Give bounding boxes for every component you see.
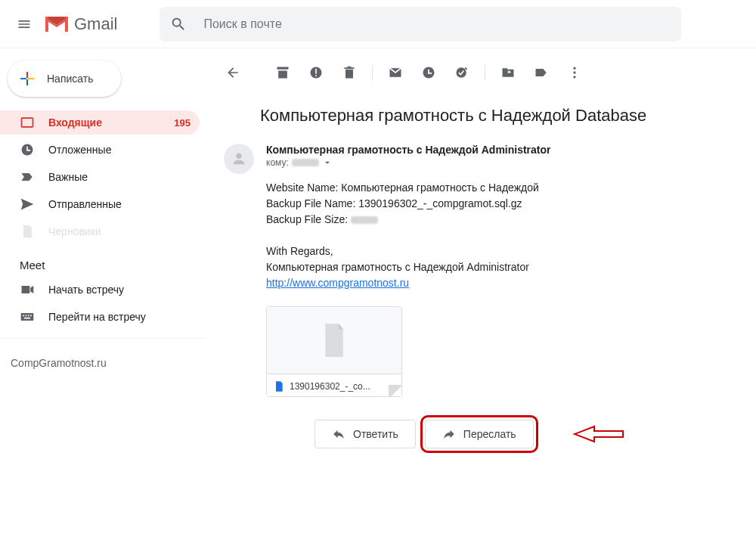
- back-button[interactable]: [218, 57, 248, 88]
- body-line: Backup File Name: 1390196302_-_compgramo…: [266, 196, 738, 212]
- svg-rect-6: [26, 315, 27, 317]
- svg-point-14: [457, 67, 466, 77]
- meet-section-header: Meet: [0, 245, 206, 276]
- sidebar-item-label: Важные: [48, 171, 88, 183]
- mail-content: Компьютерная грамотность с Надеждой Data…: [206, 48, 756, 549]
- svg-rect-12: [315, 75, 317, 76]
- body-line: Backup File Size:: [266, 212, 738, 228]
- delete-button[interactable]: [334, 57, 364, 88]
- body-line: With Regards,: [266, 243, 738, 259]
- sidebar-item-important[interactable]: Важные: [0, 165, 200, 189]
- tag-icon: [20, 169, 35, 185]
- hamburger-icon: [17, 17, 32, 32]
- annotation-arrow-icon: [572, 423, 624, 445]
- forward-button[interactable]: Переслать: [425, 420, 534, 448]
- plus-icon: [18, 70, 36, 88]
- sidebar-item-drafts[interactable]: Черновики: [0, 219, 200, 243]
- filesize-blurred: [351, 216, 378, 224]
- person-icon: [231, 150, 247, 167]
- task-button[interactable]: [447, 57, 477, 88]
- clock-icon: [421, 65, 436, 80]
- svg-point-17: [573, 76, 575, 78]
- sidebar-item-label: Отправленные: [48, 198, 122, 210]
- gmail-icon: [45, 16, 68, 33]
- meet-join-label: Перейти на встречу: [48, 311, 146, 323]
- svg-rect-4: [21, 313, 34, 321]
- forward-label: Переслать: [463, 428, 516, 440]
- reply-label: Ответить: [353, 428, 398, 440]
- move-button[interactable]: [493, 57, 523, 88]
- inbox-icon: [20, 115, 35, 130]
- inbox-count: 195: [174, 117, 191, 129]
- spam-button[interactable]: [301, 57, 331, 88]
- snooze-button[interactable]: [414, 57, 444, 88]
- spam-icon: [308, 65, 324, 80]
- send-icon: [20, 197, 35, 212]
- expand-icon: [322, 157, 333, 168]
- meet-join[interactable]: Перейти на встречу: [0, 305, 200, 329]
- compose-label: Написать: [47, 73, 93, 85]
- svg-rect-7: [28, 315, 29, 317]
- attachment-filename: 1390196302_-_co...: [290, 381, 395, 392]
- svg-point-15: [573, 67, 575, 70]
- sidebar-item-label: Входящие: [48, 116, 102, 129]
- svg-rect-2: [22, 118, 33, 127]
- body-link[interactable]: http://www.compgramotnost.ru: [266, 277, 409, 289]
- meet-start-label: Начать встречу: [48, 284, 124, 296]
- more-vert-icon: [567, 65, 582, 80]
- svg-rect-5: [23, 315, 24, 317]
- to-recipient-blurred: [292, 159, 319, 166]
- svg-rect-1: [65, 17, 68, 32]
- search-input[interactable]: [202, 17, 671, 32]
- archive-button[interactable]: [268, 57, 298, 88]
- clock-icon: [20, 142, 35, 157]
- search-box[interactable]: [160, 7, 681, 42]
- file-icon: [321, 324, 348, 357]
- trash-icon: [342, 65, 357, 80]
- sidebar-item-inbox[interactable]: Входящие 195: [0, 110, 200, 135]
- sidebar-item-snoozed[interactable]: Отложенные: [0, 138, 200, 162]
- more-button[interactable]: [559, 57, 590, 88]
- back-arrow-icon: [225, 65, 240, 80]
- meet-start[interactable]: Начать встречу: [0, 278, 200, 302]
- video-icon: [20, 282, 35, 297]
- keyboard-icon: [20, 309, 35, 324]
- gmail-logo[interactable]: Gmail: [45, 14, 117, 34]
- svg-rect-11: [315, 69, 317, 74]
- mail-subject: Компьютерная грамотность с Надеждой Data…: [206, 91, 756, 132]
- svg-point-16: [573, 71, 575, 73]
- to-label: кому:: [266, 157, 289, 168]
- attachment-preview: [267, 307, 401, 374]
- sidebar-item-label: Отложенные: [48, 144, 111, 156]
- body-line: Компьютерная грамотность с Надеждой Admi…: [266, 259, 738, 275]
- forward-icon: [442, 427, 456, 441]
- mail-icon: [388, 65, 403, 80]
- compose-button[interactable]: Написать: [8, 60, 121, 97]
- check-icon: [454, 65, 469, 80]
- svg-rect-9: [24, 318, 30, 319]
- svg-point-18: [236, 154, 241, 159]
- attachment[interactable]: 1390196302_-_co...: [266, 306, 402, 397]
- mail-toolbar: [206, 54, 756, 91]
- svg-rect-8: [30, 315, 32, 317]
- app-header: Gmail: [0, 0, 756, 48]
- unread-button[interactable]: [380, 57, 411, 88]
- sidebar-item-label: Черновики: [48, 225, 101, 237]
- doc-icon: [273, 380, 285, 392]
- main-menu-button[interactable]: [6, 6, 42, 42]
- sidebar-item-sent[interactable]: Отправленные: [0, 192, 200, 216]
- svg-rect-0: [45, 17, 48, 32]
- sidebar: Написать Входящие 195 Отложенные Важные: [0, 48, 206, 549]
- to-line[interactable]: кому:: [266, 157, 738, 168]
- search-icon: [170, 16, 187, 33]
- reply-button[interactable]: Ответить: [314, 420, 416, 448]
- sender-avatar[interactable]: [224, 144, 254, 174]
- label-icon: [534, 65, 549, 80]
- sender-name: Компьютерная грамотность с Надеждой Admi…: [266, 144, 738, 156]
- reply-icon: [332, 427, 345, 441]
- archive-icon: [275, 65, 290, 80]
- gmail-logo-text: Gmail: [74, 14, 117, 34]
- label-button[interactable]: [526, 57, 556, 88]
- brand-footer: CompGramotnost.ru: [0, 339, 206, 369]
- file-icon: [20, 224, 35, 239]
